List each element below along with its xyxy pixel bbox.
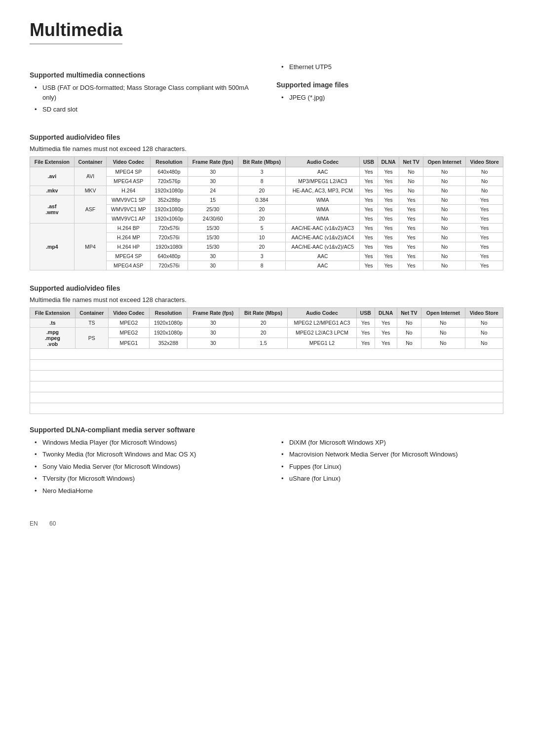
cell-res: 1920x1080p [150, 327, 188, 338]
cell-fps: 30 [188, 167, 238, 176]
cell-dlna: Yes [378, 242, 399, 251]
cell-openinternet: No [423, 242, 466, 251]
cell-vcodec: MPEG2 [108, 327, 149, 338]
connections-list: USB (FAT or DOS-formatted; Mass Storage … [30, 83, 257, 114]
cell-res: 720x576p [151, 176, 188, 186]
connections-item-1: USB (FAT or DOS-formatted; Mass Storage … [35, 83, 257, 102]
table-row: .mpg .mpeg .vob PS MPEG2 1920x1080p 30 2… [30, 327, 503, 338]
cell-container: ASF [74, 195, 107, 223]
cell-usb: Yes [356, 338, 375, 349]
cell-videostore: Yes [466, 204, 503, 214]
dlna-left-col: Windows Media Player (for Microsoft Wind… [30, 438, 257, 501]
cell-videostore: No [466, 186, 503, 195]
cell-nettv: Yes [399, 214, 423, 223]
connections-item-2: SD card slot [35, 105, 257, 114]
av1-col-brate: Bit Rate (Mbps) [238, 156, 286, 167]
cell-brate: 3 [238, 167, 286, 176]
cell-dlna: Yes [378, 261, 399, 270]
cell-videostore: No [465, 327, 503, 338]
cell-openinternet: No [423, 167, 466, 176]
cell-openinternet: No [423, 186, 466, 195]
cell-usb: Yes [360, 251, 378, 261]
dlna-right-item-2: Macrovision Network Media Server (for Mi… [281, 450, 503, 459]
cell-fps: 30 [187, 327, 239, 338]
cell-res: 352x288 [150, 338, 188, 349]
cell-acodec: MPEG2 L2/AC3 LPCM [288, 327, 356, 338]
cell-res: 720x576i [151, 223, 188, 232]
av2-col-openinternet: Open Internet [421, 307, 465, 318]
cell-vcodec: WMV9VC1 MP [107, 204, 151, 214]
cell-container: AVI [74, 167, 107, 186]
cell-acodec: AAC [286, 251, 360, 261]
page-title: Multimedia [30, 20, 122, 44]
table-row: .avi AVI MPEG4 SP 640x480p 30 3 AAC Yes … [30, 167, 503, 176]
av2-col-container: Container [75, 307, 108, 318]
table-row: .ts TS MPEG2 1920x1080p 30 20 MPEG2 L2/M… [30, 318, 503, 327]
table-row: .asf.wmv ASF WMV9VC1 SP 352x288p 15 0.38… [30, 195, 503, 204]
av1-table-section: File Extension Container Video Codec Res… [30, 156, 503, 270]
dlna-left-item-2: Twonky Media (for Microsoft Windows and … [35, 450, 257, 459]
cell-vcodec: H.264 BP [107, 223, 151, 232]
cell-fps: 30 [187, 338, 239, 349]
av1-col-dlna: DLNA [378, 156, 399, 167]
av1-heading: Supported audio/video files [30, 133, 503, 141]
cell-dlna: Yes [375, 327, 397, 338]
cell-videostore: Yes [466, 232, 503, 242]
cell-nettv: Yes [399, 242, 423, 251]
dlna-left-item-4: TVersity (for Microsoft Windows) [35, 474, 257, 484]
table-row-spacer [30, 381, 503, 392]
cell-dlna: Yes [378, 167, 399, 176]
cell-usb: Yes [360, 167, 378, 176]
cell-brate: 20 [239, 318, 287, 327]
cell-ext: .mp4 [30, 223, 75, 270]
dlna-left-item-1: Windows Media Player (for Microsoft Wind… [35, 438, 257, 448]
cell-nettv: Yes [399, 261, 423, 270]
av1-col-fps: Frame Rate (fps) [188, 156, 238, 167]
cell-fps: 15/30 [188, 232, 238, 242]
table-row: .mp4 MP4 H.264 BP 720x576i 15/30 5 AAC/H… [30, 223, 503, 232]
cell-nettv: No [399, 176, 423, 186]
av1-col-container: Container [74, 156, 107, 167]
cell-brate: 20 [238, 242, 286, 251]
table-row-spacer [30, 359, 503, 370]
cell-nettv: Yes [399, 251, 423, 261]
cell-videostore: No [465, 318, 503, 327]
image-files-heading: Supported image files [276, 81, 503, 89]
cell-openinternet: No [423, 195, 466, 204]
cell-acodec: MPEG2 L2/MPEG1 AC3 [288, 318, 356, 327]
cell-dlna: Yes [375, 338, 397, 349]
dlna-heading: Supported DLNA-compliant media server so… [30, 426, 503, 434]
cell-openinternet: No [423, 261, 466, 270]
cell-nettv: Yes [399, 195, 423, 204]
cell-ext: .mpg .mpeg .vob [30, 327, 76, 348]
av2-col-fps: Frame Rate (fps) [187, 307, 239, 318]
cell-container: TS [75, 318, 108, 327]
ethernet-list: Ethernet UTP5 [276, 62, 503, 72]
ethernet-item: Ethernet UTP5 [281, 62, 503, 72]
cell-res: 640x480p [151, 167, 188, 176]
dlna-section: Supported DLNA-compliant media server so… [30, 426, 503, 501]
av2-table-section: File Extension Container Video Codec Res… [30, 307, 503, 414]
cell-brate: 20 [238, 204, 286, 214]
cell-dlna: Yes [375, 318, 397, 327]
av1-subtitle: Multimedia file names must not exceed 12… [30, 145, 503, 152]
cell-videostore: No [466, 167, 503, 176]
cell-fps: 30 [188, 176, 238, 186]
cell-fps: 30 [187, 318, 239, 327]
cell-fps: 24/30/60 [188, 214, 238, 223]
dlna-right-list: DiXiM (for Microsoft Windows XP) Macrovi… [276, 438, 503, 484]
av1-col-ext: File Extension [30, 156, 75, 167]
cell-usb: Yes [360, 242, 378, 251]
cell-acodec: AAC/HE-AAC (v1&v2)/AC4 [286, 232, 360, 242]
av1-col-usb: USB [360, 156, 378, 167]
page-footer: EN 60 [30, 520, 503, 527]
cell-brate: 8 [238, 176, 286, 186]
cell-openinternet: No [421, 327, 465, 338]
av2-col-dlna: DLNA [375, 307, 397, 318]
cell-usb: Yes [356, 318, 375, 327]
cell-dlna: Yes [378, 186, 399, 195]
cell-dlna: Yes [378, 232, 399, 242]
table-row-spacer [30, 403, 503, 414]
cell-fps: 30 [188, 251, 238, 261]
cell-nettv: No [399, 186, 423, 195]
